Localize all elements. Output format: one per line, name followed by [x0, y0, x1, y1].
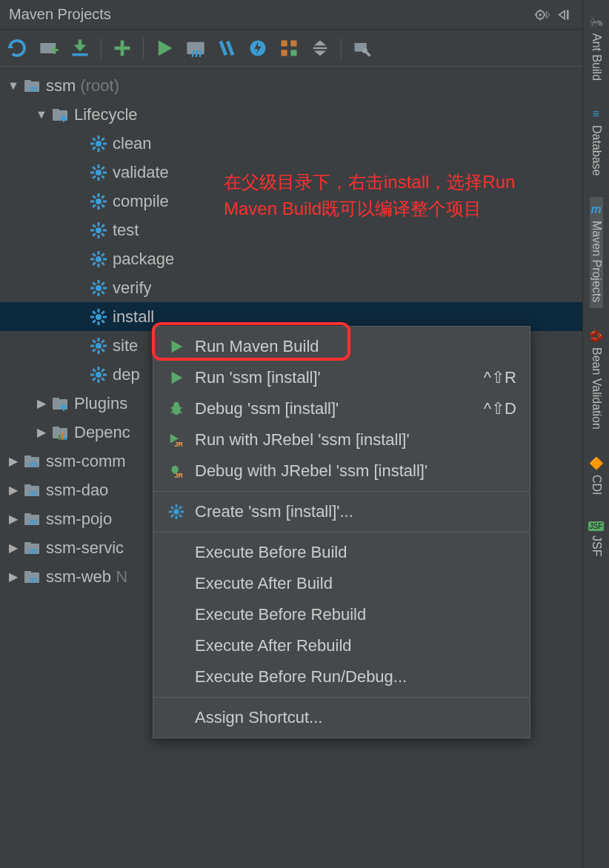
svg-rect-37	[539, 9, 541, 11]
svg-rect-48	[73, 53, 88, 56]
svg-point-36	[539, 13, 542, 16]
tree-label: dep	[113, 365, 140, 384]
svg-line-55	[221, 41, 226, 55]
chevron-right-icon[interactable]: ▶	[4, 512, 22, 526]
menu-label: Execute After Rebuild	[195, 636, 352, 655]
wrench-icon[interactable]	[352, 38, 373, 59]
add-project-icon[interactable]	[39, 38, 59, 59]
tree-lifecycle[interactable]: ▼ Lifecycle	[0, 100, 582, 129]
toolbar: m	[0, 30, 582, 67]
lifecycle-item[interactable]: verify	[0, 273, 582, 302]
tab-database[interactable]: ≡Database	[590, 101, 603, 182]
menu-label: Execute Before Build	[195, 543, 347, 562]
menu-run-install[interactable]: Run 'ssm [install]' ^⇧R	[153, 362, 530, 393]
show-deps-icon[interactable]	[279, 38, 299, 59]
tree-label: install	[113, 307, 154, 327]
add-icon[interactable]	[112, 38, 133, 59]
menu-create[interactable]: Create 'ssm [install]'...	[153, 496, 530, 527]
refresh-icon[interactable]	[6, 37, 28, 59]
svg-point-67	[362, 48, 367, 53]
chevron-down-icon[interactable]: ▼	[33, 108, 50, 121]
tree-label: clean	[113, 134, 152, 153]
gear-icon	[89, 250, 108, 269]
tab-maven-projects[interactable]: mMaven Projects	[590, 197, 603, 308]
menu-exec-after-build[interactable]: Execute After Build	[153, 568, 530, 599]
tree-label: Lifecycle	[74, 105, 138, 124]
svg-rect-47	[53, 46, 56, 54]
lifecycle-item[interactable]: clean	[0, 129, 582, 158]
folder-bars-icon	[50, 423, 70, 442]
play-icon	[167, 337, 186, 356]
menu-run-jrebel[interactable]: Run with JRebel 'ssm [install]'	[153, 424, 530, 455]
lifecycle-item[interactable]: package	[0, 244, 582, 273]
module-icon	[22, 510, 41, 529]
tab-ant-build[interactable]: 🐜Ant Build	[589, 9, 604, 87]
gear-icon	[89, 365, 108, 384]
menu-separator	[153, 491, 530, 492]
svg-rect-59	[282, 40, 287, 46]
settings-icon[interactable]	[533, 7, 550, 23]
tree-suffix: (root)	[80, 76, 119, 96]
svg-rect-64	[313, 47, 327, 48]
context-menu: Run Maven Build Run 'ssm [install]' ^⇧R …	[153, 326, 530, 738]
chevron-right-icon[interactable]: ▶	[4, 454, 22, 468]
jrebel-bug-icon	[167, 461, 186, 481]
menu-label: Execute After Build	[195, 574, 333, 593]
svg-line-56	[227, 41, 233, 55]
offline-icon[interactable]	[247, 38, 268, 59]
menu-exec-after-rebuild[interactable]: Execute After Rebuild	[153, 630, 530, 661]
menu-label: Run with JRebel 'ssm [install]'	[195, 430, 410, 450]
download-icon[interactable]	[70, 38, 90, 59]
svg-rect-38	[539, 18, 541, 20]
svg-rect-40	[544, 14, 546, 16]
menu-exec-before-rebuild[interactable]: Execute Before Rebuild	[153, 599, 530, 630]
menu-separator	[153, 697, 530, 698]
menu-shortcut: ^⇧D	[484, 399, 516, 418]
tab-cdi[interactable]: 🔶CDI	[589, 450, 604, 501]
bug-icon	[167, 399, 186, 418]
menu-debug-install[interactable]: Debug 'ssm [install]' ^⇧D	[153, 393, 530, 424]
menu-shortcut: ^⇧R	[484, 368, 516, 387]
chevron-right-icon[interactable]: ▶	[4, 570, 22, 584]
svg-marker-41	[546, 11, 550, 18]
module-icon	[22, 538, 41, 558]
menu-exec-before-run[interactable]: Execute Before Run/Debug...	[153, 661, 530, 692]
skip-tests-icon[interactable]	[216, 38, 237, 59]
menu-debug-jrebel[interactable]: Debug with JRebel 'ssm [install]'	[153, 455, 530, 487]
tree-root[interactable]: ▼ ssm (root)	[0, 71, 582, 100]
tab-bean-validation[interactable]: 🫘Bean Validation	[589, 323, 604, 435]
menu-label: Run Maven Build	[195, 337, 319, 356]
panel-header: Maven Projects	[0, 0, 582, 30]
gear-icon	[167, 502, 186, 521]
hide-icon[interactable]	[557, 7, 573, 23]
annotation-text: 在父级目录下，右击install，选择Run Maven Build既可以编译整…	[224, 169, 515, 222]
chevron-right-icon[interactable]: ▶	[4, 483, 22, 497]
chevron-right-icon[interactable]: ▶	[33, 425, 50, 439]
play-icon	[167, 368, 186, 387]
chevron-right-icon[interactable]: ▶	[33, 396, 50, 410]
tab-jsf[interactable]: JSFJSF	[588, 515, 605, 562]
tree-label: ssm-servic	[46, 538, 124, 558]
chevron-down-icon[interactable]: ▼	[4, 79, 22, 93]
menu-label: Create 'ssm [install]'...	[195, 502, 353, 521]
chevron-right-icon[interactable]: ▶	[4, 541, 22, 555]
svg-rect-50	[79, 39, 82, 46]
execute-m-icon[interactable]: m	[185, 38, 206, 59]
menu-assign-shortcut[interactable]: Assign Shortcut...	[153, 702, 530, 733]
folder-gear-icon	[50, 394, 70, 413]
folder-gear-icon	[50, 105, 70, 124]
menu-run-maven-build[interactable]: Run Maven Build	[153, 331, 530, 362]
menu-label: Assign Shortcut...	[195, 708, 322, 727]
menu-exec-before-build[interactable]: Execute Before Build	[153, 537, 530, 568]
module-icon	[22, 452, 41, 471]
gear-icon	[89, 134, 108, 153]
tree-label: ssm-dao	[46, 481, 108, 500]
run-icon[interactable]	[154, 38, 175, 59]
module-icon	[22, 567, 41, 587]
collapse-icon[interactable]	[310, 38, 330, 59]
tree-label: ssm-web	[46, 567, 111, 587]
tree-label: package	[113, 250, 174, 269]
tree-label: site	[113, 336, 138, 355]
gear-icon	[89, 163, 108, 182]
tree-label: validate	[113, 163, 169, 182]
